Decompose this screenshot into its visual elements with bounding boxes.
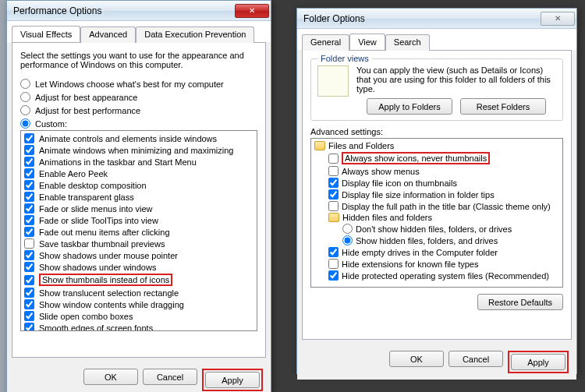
close-icon[interactable]: ✕ <box>235 4 269 18</box>
perf-title: Performance Options <box>13 5 101 16</box>
radio-auto[interactable]: Let Windows choose what's best for my co… <box>20 77 257 90</box>
perf-titlebar[interactable]: Performance Options ✕ <box>7 1 271 21</box>
list-item[interactable]: Save taskbar thumbnail previews <box>23 238 255 249</box>
apply-button[interactable]: Apply <box>205 372 260 388</box>
ok-button[interactable]: OK <box>389 351 444 367</box>
folder-views-group: Folder views You can apply the view (suc… <box>310 58 563 121</box>
restore-defaults-button[interactable]: Restore Defaults <box>477 294 563 310</box>
folder-titlebar[interactable]: Folder Options ✕ <box>297 9 576 29</box>
perf-tabs: Visual Effects Advanced Data Execution P… <box>7 21 271 42</box>
radio-custom[interactable]: Custom: <box>20 117 257 130</box>
folder-views-text: You can apply the view (such as Details … <box>356 65 556 94</box>
ok-button[interactable]: OK <box>83 369 138 385</box>
radio-best-appearance[interactable]: Adjust for best appearance <box>20 90 257 104</box>
tab-general[interactable]: General <box>302 34 349 51</box>
apply-button[interactable]: Apply <box>511 354 566 370</box>
close-icon[interactable]: ✕ <box>541 12 575 26</box>
folder-views-legend: Folder views <box>317 54 372 63</box>
cancel-button[interactable]: Cancel <box>143 369 197 385</box>
tree-item[interactable]: Hide empty drives in the Computer folder <box>314 246 561 258</box>
tab-view[interactable]: View <box>349 34 385 50</box>
folder-views-icon <box>317 65 349 97</box>
tree-item[interactable]: Hide protected operating system files (R… <box>314 270 561 281</box>
folder-options-dialog: Folder Options ✕ General View Search Fol… <box>296 8 577 374</box>
folder-tabs: General View Search <box>297 29 576 50</box>
list-item[interactable]: Enable transparent glass <box>23 191 255 203</box>
tab-advanced[interactable]: Advanced <box>80 26 136 43</box>
list-item[interactable]: Show window contents while dragging <box>23 298 255 310</box>
tree-item[interactable]: Always show menus <box>314 165 561 177</box>
list-item[interactable]: Fade or slide menus into view <box>23 203 255 214</box>
list-item[interactable]: Enable Aero Peek <box>23 168 255 179</box>
tree-folder[interactable]: Hidden files and folders <box>314 212 561 223</box>
advanced-settings-label: Advanced settings: <box>310 127 563 136</box>
list-item[interactable]: Show thumbnails instead of icons <box>23 273 255 287</box>
reset-folders-button[interactable]: Reset Folders <box>460 98 546 115</box>
tab-visual-effects[interactable]: Visual Effects <box>12 26 80 42</box>
tab-dep[interactable]: Data Execution Prevention <box>136 26 254 43</box>
tree-item[interactable]: Always show icons, never thumbnails <box>314 151 561 165</box>
perf-tab-body: Select the settings you want to use for … <box>12 42 266 358</box>
list-item[interactable]: Animate controls and elements inside win… <box>23 132 255 144</box>
perf-options-list[interactable]: Animate controls and elements inside win… <box>20 130 257 331</box>
perf-intro: Select the settings you want to use for … <box>20 51 257 69</box>
tree-item[interactable]: Display file icon on thumbnails <box>314 177 561 189</box>
tree-item[interactable]: Don't show hidden files, folders, or dri… <box>314 223 561 235</box>
list-item[interactable]: Smooth edges of screen fonts <box>23 322 255 331</box>
advanced-settings-tree[interactable]: Files and FoldersAlways show icons, neve… <box>310 138 563 288</box>
tree-item[interactable]: Display file size information in folder … <box>314 189 561 200</box>
cancel-button[interactable]: Cancel <box>448 351 503 367</box>
folder-icon <box>328 213 339 222</box>
apply-to-folders-button[interactable]: Apply to Folders <box>367 98 452 115</box>
folder-title: Folder Options <box>303 13 365 24</box>
list-item[interactable]: Animate windows when minimizing and maxi… <box>23 144 255 156</box>
tree-folder[interactable]: Files and Folders <box>314 140 561 151</box>
tree-item[interactable]: Show hidden files, folders, and drives <box>314 235 561 246</box>
tree-item[interactable]: Hide extensions for known file types <box>314 258 561 270</box>
list-item[interactable]: Show shadows under windows <box>23 261 255 273</box>
folder-tab-body: Folder views You can apply the view (suc… <box>302 50 572 340</box>
folder-buttons: OK Cancel Apply <box>297 344 576 380</box>
list-item[interactable]: Show shadows under mouse pointer <box>23 249 255 261</box>
list-item[interactable]: Enable desktop composition <box>23 179 255 191</box>
tab-search[interactable]: Search <box>385 34 430 51</box>
performance-options-dialog: Performance Options ✕ Visual Effects Adv… <box>6 0 271 392</box>
tree-item[interactable]: Display the full path in the title bar (… <box>314 200 561 212</box>
list-item[interactable]: Fade or slide ToolTips into view <box>23 214 255 226</box>
list-item[interactable]: Fade out menu items after clicking <box>23 226 255 238</box>
radio-best-performance[interactable]: Adjust for best performance <box>20 104 257 117</box>
folder-icon <box>314 141 325 150</box>
list-item[interactable]: Show translucent selection rectangle <box>23 287 255 298</box>
list-item[interactable]: Slide open combo boxes <box>23 310 255 322</box>
list-item[interactable]: Animations in the taskbar and Start Menu <box>23 156 255 168</box>
perf-buttons: OK Cancel Apply <box>7 362 271 392</box>
